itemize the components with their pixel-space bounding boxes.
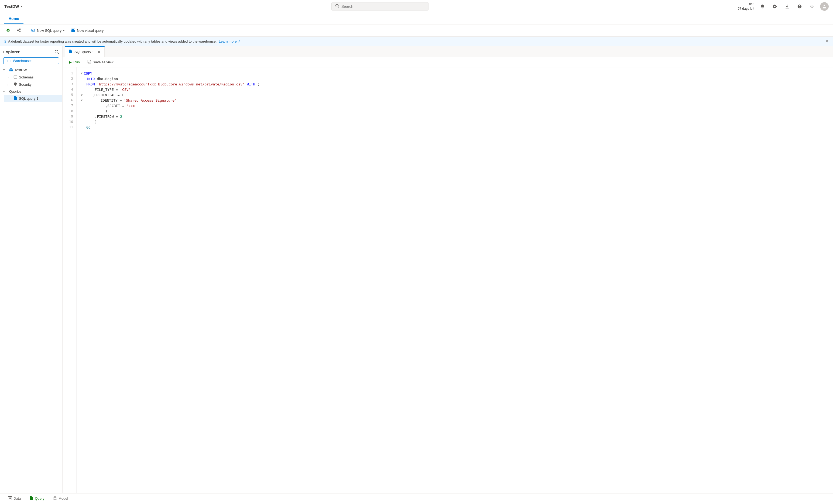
- sql-query-icon: [31, 28, 35, 33]
- emoji-button[interactable]: ☺: [808, 2, 816, 11]
- with-paren: (: [255, 82, 259, 86]
- tree-sql-query-1[interactable]: SQL query 1: [4, 95, 62, 102]
- firstrow-key: ,FIRSTROW =: [86, 115, 120, 119]
- code-line-2: INTO dbo.Region: [81, 76, 833, 81]
- expand-icon-schemas: ›: [7, 76, 12, 79]
- tree-queries[interactable]: ▾ Queries: [0, 88, 62, 95]
- queries-section: ▾ Queries SQL query 1: [0, 88, 62, 102]
- queries-children: SQL query 1: [0, 95, 62, 102]
- notifications-button[interactable]: [758, 2, 767, 11]
- keyword-copy: COPY: [84, 71, 92, 75]
- trial-info: Trial: 57 days left: [738, 2, 754, 11]
- code-editor[interactable]: 1 2 3 4 5 6 7 8 9 10 11 ∨ COPY INTO: [63, 67, 833, 493]
- info-icon: ℹ: [4, 39, 6, 44]
- data-tab-label: Data: [14, 497, 21, 501]
- code-line-11: GO: [81, 125, 833, 130]
- tree-security[interactable]: › Security: [4, 81, 62, 88]
- tab-close-button[interactable]: ✕: [97, 50, 101, 54]
- search-icon: [335, 4, 339, 9]
- tab-sql-query-1[interactable]: SQL query 1 ✕: [65, 46, 104, 57]
- close-paren-1: ): [86, 109, 107, 113]
- learn-more-text: Learn more: [219, 39, 237, 43]
- secret-val: 'xxx': [126, 104, 137, 108]
- sidebar-search-button[interactable]: [55, 50, 59, 54]
- code-line-9: ,FIRSTROW = 2: [81, 114, 833, 119]
- new-sql-query-label: New SQL query: [37, 29, 62, 33]
- search-input[interactable]: [341, 4, 425, 9]
- app-title[interactable]: TestDW ▾: [4, 4, 22, 9]
- credential-key: ,CREDENTIAL = (: [84, 93, 124, 97]
- tab-query[interactable]: Query: [26, 494, 48, 504]
- learn-more-link[interactable]: Learn more ↗: [219, 39, 241, 43]
- line-num-8: 8: [63, 108, 76, 114]
- close-paren-2: ): [86, 120, 97, 124]
- collapse-icon-queries: ▾: [3, 90, 7, 93]
- schemas-label: Schemas: [19, 75, 59, 79]
- save-icon: [87, 60, 91, 65]
- download-button[interactable]: [783, 2, 791, 11]
- file-type-val: 'CSV': [120, 87, 130, 92]
- code-lines: ∨ COPY INTO dbo.Region FROM 'https://mys…: [77, 67, 833, 493]
- share-button[interactable]: [14, 27, 24, 34]
- avatar[interactable]: [820, 2, 829, 11]
- fold-arrow-6[interactable]: ∨: [81, 99, 83, 102]
- tab-bar: SQL query 1 ✕: [63, 46, 833, 57]
- code-line-10: ): [81, 119, 833, 125]
- tab-home[interactable]: Home: [4, 14, 23, 24]
- trial-days: 57 days left: [738, 6, 754, 11]
- settings-button[interactable]: [770, 2, 779, 11]
- keyword-from: FROM: [86, 82, 95, 86]
- collapse-icon: ▾: [3, 68, 7, 72]
- file-type-key: FILE_TYPE =: [86, 87, 120, 92]
- data-tab-icon: [8, 496, 12, 501]
- query-tab-icon: [29, 496, 33, 501]
- settings-icon-button[interactable]: [3, 27, 13, 34]
- gear-icon: [6, 28, 10, 33]
- tree-testdw[interactable]: ▾ TestDW: [0, 66, 62, 74]
- into-target: dbo.Region: [95, 77, 118, 81]
- tree-schemas[interactable]: › Schemas: [4, 74, 62, 81]
- from-url: 'https://mystorageaccountxxx.blob.core.w…: [97, 82, 244, 86]
- from-space: [95, 82, 97, 86]
- plus-icon: +: [6, 59, 8, 63]
- tab-data[interactable]: Data: [4, 494, 25, 504]
- sidebar-header: Explorer: [0, 46, 62, 56]
- add-warehouses-label: + Warehouses: [10, 59, 33, 63]
- tab-label: SQL query 1: [74, 50, 94, 54]
- sidebar-title: Explorer: [3, 50, 20, 54]
- query-toolbar: ▶ Run Save as view: [63, 57, 833, 67]
- notification-message: A default dataset for faster reporting w…: [8, 39, 217, 43]
- identity-key: IDENTITY =: [84, 98, 124, 102]
- testdw-label: TestDW: [15, 68, 59, 72]
- app-title-chevron: ▾: [21, 5, 22, 8]
- bottom-tabs: Data Query Model: [0, 493, 833, 504]
- run-icon: ▶: [69, 60, 72, 64]
- keyword-go: GO: [86, 125, 91, 129]
- save-as-view-button[interactable]: Save as view: [84, 59, 117, 66]
- line-num-10: 10: [63, 119, 76, 125]
- queries-label: Queries: [9, 90, 59, 94]
- search-bar[interactable]: [331, 2, 428, 10]
- firstrow-val: 2: [120, 115, 122, 119]
- app-title-text: TestDW: [4, 4, 19, 9]
- new-visual-query-button[interactable]: New visual query: [68, 27, 106, 34]
- tab-model[interactable]: Model: [49, 494, 72, 504]
- new-sql-query-button[interactable]: New SQL query ▾: [28, 27, 67, 34]
- dropdown-chevron-icon: ▾: [63, 29, 65, 32]
- identity-val: 'Shared Access Signature': [124, 98, 176, 102]
- add-warehouses-button[interactable]: + + Warehouses: [3, 57, 59, 64]
- share-icon: [17, 28, 21, 33]
- tab-sql-icon: [69, 50, 72, 54]
- fold-arrow-1[interactable]: ∨: [81, 72, 83, 75]
- nav-tabs: Home: [0, 13, 833, 25]
- help-button[interactable]: [795, 2, 804, 11]
- line-num-3: 3: [63, 81, 76, 87]
- code-line-3: FROM 'https://mystorageaccountxxx.blob.c…: [81, 81, 833, 87]
- run-button[interactable]: ▶ Run: [66, 59, 83, 65]
- notification-close-button[interactable]: ✕: [825, 39, 829, 44]
- warehouse-icon: [9, 68, 13, 72]
- keyword-with: WITH: [247, 82, 255, 86]
- fold-arrow-5[interactable]: ∨: [81, 93, 83, 97]
- notification-bar: ℹ A default dataset for faster reporting…: [0, 37, 833, 46]
- code-line-8: ): [81, 108, 833, 114]
